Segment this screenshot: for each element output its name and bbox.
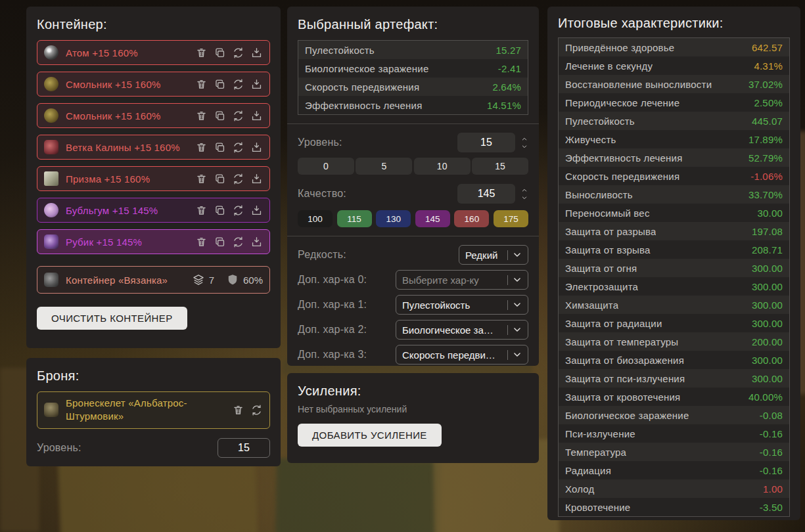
- extra-stat-select[interactable]: Выберите хар-ку: [396, 270, 528, 290]
- level-presets: 0 5 10 15: [298, 158, 528, 175]
- container-artifact-row[interactable]: Атом +15 160%: [37, 40, 270, 65]
- delete-icon[interactable]: [195, 204, 208, 217]
- refresh-icon[interactable]: [250, 404, 263, 416]
- boosts-panel: Усиления: Нет выбранных усилений ДОБАВИТ…: [287, 373, 539, 463]
- chevron-down-icon: [513, 350, 522, 359]
- level-input[interactable]: 15: [457, 133, 515, 152]
- armor-level-input[interactable]: 15: [218, 438, 270, 458]
- quality-input[interactable]: 145: [457, 184, 515, 204]
- copy-icon[interactable]: [214, 78, 226, 91]
- import-icon[interactable]: [250, 236, 263, 248]
- totals-row: Защита от биозаражения 300.00: [559, 351, 789, 369]
- totals-row: Пулестойкость 445.07: [559, 112, 789, 130]
- refresh-icon[interactable]: [232, 78, 244, 91]
- chevron-up-icon[interactable]: [520, 188, 528, 193]
- totals-title: Итоговые характеристики:: [558, 16, 790, 31]
- chevron-down-icon: [513, 300, 522, 309]
- import-icon[interactable]: [250, 47, 263, 59]
- totals-row: Периодическое лечение 2.50%: [559, 93, 789, 112]
- refresh-icon[interactable]: [232, 236, 244, 248]
- level-preset-button[interactable]: 0: [298, 158, 354, 175]
- container-artifact-row[interactable]: Смольник +15 160%: [37, 72, 270, 97]
- extra-stat-select[interactable]: Пулестойкость: [396, 295, 528, 315]
- copy-icon[interactable]: [214, 141, 226, 154]
- delete-icon[interactable]: [195, 141, 208, 154]
- copy-icon[interactable]: [214, 173, 226, 185]
- delete-icon[interactable]: [195, 78, 208, 91]
- totals-row: Радиация -0.16: [559, 461, 789, 479]
- boosts-title: Усиления:: [298, 384, 528, 399]
- container-artifact-row[interactable]: Ветка Калины +15 160%: [37, 135, 270, 160]
- add-boost-button[interactable]: ДОБАВИТЬ УСИЛЕНИЕ: [298, 424, 442, 447]
- armor-item-row[interactable]: Бронескелет «Альбатрос-Штурмовик»: [37, 391, 270, 429]
- extra-stat-select[interactable]: Скорость передви…: [396, 345, 528, 365]
- totals-row: Защита от разрыва 197.08: [559, 222, 789, 240]
- container-info-row[interactable]: Контейнер «Вязанка» 7 60%: [37, 266, 270, 294]
- import-icon[interactable]: [250, 110, 263, 122]
- extra-stat-row: Доп. хар-ка 0: Выберите хар-ку: [298, 270, 528, 290]
- import-icon[interactable]: [250, 78, 263, 91]
- delete-icon[interactable]: [195, 173, 208, 185]
- quality-presets: 100 115 130 145 160 175: [298, 210, 528, 227]
- totals-row: Лечение в секунду 4.31%: [559, 56, 789, 75]
- import-icon[interactable]: [250, 141, 263, 154]
- container-artifact-row[interactable]: Рубик +15 145%: [37, 229, 270, 254]
- shield-icon: [226, 273, 239, 286]
- chevron-down-icon: [513, 250, 522, 259]
- rarity-select[interactable]: Редкий: [459, 245, 528, 265]
- chevron-down-icon: [513, 275, 522, 284]
- clear-container-button[interactable]: ОЧИСТИТЬ КОНТЕЙНЕР: [37, 307, 187, 330]
- artifact-label: Рубик +15 145%: [66, 236, 195, 248]
- chevron-up-icon[interactable]: [520, 137, 528, 142]
- container-panel: Контейнер: Атом +15 160% Смольник +15 16…: [26, 7, 281, 348]
- container-artifact-row[interactable]: Смольник +15 160%: [37, 103, 270, 128]
- totals-row: Эффективность лечения 52.79%: [559, 148, 789, 167]
- level-preset-button[interactable]: 10: [414, 158, 471, 175]
- container-artifact-row[interactable]: Бубльгум +15 145%: [37, 198, 270, 223]
- quality-preset-button[interactable]: 100: [298, 210, 333, 227]
- delete-icon[interactable]: [195, 236, 208, 248]
- vetka-kaliny-artifact-icon: [44, 140, 58, 154]
- quality-preset-button[interactable]: 115: [337, 210, 372, 227]
- divider: [287, 236, 539, 236]
- totals-panel: Итоговые характеристики: Приведённое здо…: [547, 7, 800, 520]
- level-preset-button[interactable]: 5: [356, 158, 412, 175]
- divider: [287, 123, 539, 124]
- totals-row: Защита от кровотечения 40.00%: [559, 388, 789, 406]
- artifact-stat-row: Биологическое заражение -2.41: [298, 59, 528, 78]
- totals-row: Электрозащита 300.00: [559, 277, 789, 296]
- artifact-label: Атом +15 160%: [66, 47, 195, 58]
- copy-icon[interactable]: [214, 204, 226, 217]
- chevron-down-icon[interactable]: [520, 195, 528, 200]
- chevron-down-icon[interactable]: [520, 144, 528, 149]
- totals-row: Биологическое заражение -0.08: [559, 406, 789, 424]
- artifact-label: Призма +15 160%: [66, 173, 195, 185]
- totals-row: Защита от радиации 300.00: [559, 314, 789, 332]
- refresh-icon[interactable]: [232, 173, 244, 185]
- copy-icon[interactable]: [214, 236, 226, 248]
- quality-preset-button[interactable]: 160: [454, 210, 489, 227]
- container-artifact-row[interactable]: Призма +15 160%: [37, 166, 270, 191]
- level-preset-button[interactable]: 15: [472, 158, 528, 175]
- refresh-icon[interactable]: [232, 204, 244, 217]
- container-title: Контейнер:: [37, 17, 270, 32]
- delete-icon[interactable]: [195, 110, 208, 122]
- extra-stat-select[interactable]: Биологическое за…: [396, 320, 528, 340]
- selected-artifact-title: Выбранный артефакт:: [298, 17, 528, 32]
- level-label: Уровень:: [298, 137, 342, 148]
- totals-row: Восстановление выносливости 37.02%: [559, 75, 789, 93]
- copy-icon[interactable]: [214, 47, 226, 59]
- refresh-icon[interactable]: [232, 47, 244, 59]
- delete-icon[interactable]: [232, 404, 244, 416]
- artifact-label: Смольник +15 160%: [66, 79, 195, 90]
- quality-preset-button[interactable]: 130: [376, 210, 411, 227]
- quality-preset-button[interactable]: 145: [415, 210, 450, 227]
- refresh-icon[interactable]: [232, 110, 244, 122]
- quality-preset-button[interactable]: 175: [494, 210, 528, 227]
- copy-icon[interactable]: [214, 110, 226, 122]
- import-icon[interactable]: [250, 173, 263, 185]
- import-icon[interactable]: [250, 204, 263, 217]
- container-name: Контейнер «Вязанка»: [66, 275, 192, 286]
- refresh-icon[interactable]: [232, 141, 244, 154]
- delete-icon[interactable]: [195, 47, 208, 59]
